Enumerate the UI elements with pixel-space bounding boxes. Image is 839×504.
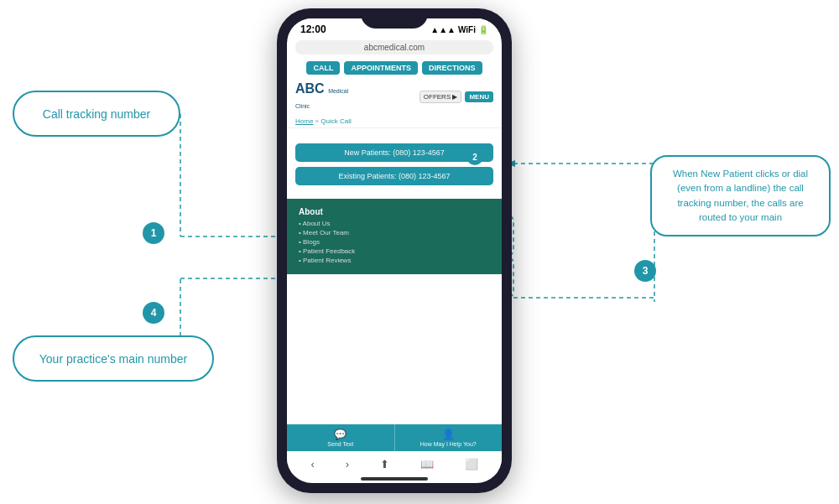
list-item[interactable]: Meet Our Team	[299, 229, 490, 236]
directions-button[interactable]: DIRECTIONS	[422, 61, 482, 75]
patient-buttons: New Patients: (080) 123-4567 Existing Pa…	[287, 137, 502, 192]
list-item[interactable]: Patient Feedback	[299, 247, 490, 255]
send-text-button[interactable]: 💬 Send Text	[287, 424, 395, 451]
logo-right: OFFERS ▶ MENU	[420, 91, 493, 103]
nav-buttons: CALL APPOINTMENTS DIRECTIONS	[287, 58, 502, 78]
chat-icon: 💬	[334, 429, 347, 440]
appointments-button[interactable]: APPOINTMENTS	[344, 61, 418, 75]
call-button[interactable]: CALL	[306, 61, 340, 75]
status-time: 12:00	[300, 23, 326, 35]
badge-3: 3	[634, 260, 656, 282]
badge-4: 4	[143, 302, 164, 324]
list-item[interactable]: Patient Reviews	[299, 257, 490, 264]
main-number-label: Your practice's main number	[13, 335, 214, 382]
list-item[interactable]: About Us	[299, 220, 490, 227]
right-callout: When New Patient clicks or dial (even fr…	[650, 155, 831, 236]
bottom-bar: 💬 Send Text 👤 How May I Help You?	[287, 424, 502, 451]
back-icon[interactable]: ‹	[310, 458, 314, 470]
help-icon: 👤	[442, 429, 455, 440]
logo-row: ABC Medical Clinic OFFERS ▶ MENU	[287, 78, 502, 115]
callout-box: When New Patient clicks or dial (even fr…	[650, 155, 831, 236]
forward-icon[interactable]: ›	[346, 458, 349, 470]
call-tracking-label: Call tracking number	[13, 91, 180, 137]
phone-notch	[361, 8, 428, 29]
about-title: About	[299, 207, 490, 216]
badge-2: 2	[466, 148, 483, 165]
badge-1: 1	[143, 222, 164, 244]
existing-patients-button[interactable]: Existing Patients: (080) 123-4567	[295, 167, 493, 185]
tabs-icon[interactable]: ⬜	[465, 458, 478, 470]
share-icon[interactable]: ⬆	[380, 458, 389, 470]
offers-button[interactable]: OFFERS ▶	[420, 91, 462, 103]
help-button[interactable]: 👤 How May I Help You?	[395, 424, 503, 451]
about-list: About Us Meet Our Team Blogs Patient Fee…	[299, 220, 490, 264]
phone-mockup: 12:00 ▲▲▲ WiFi 🔋 abcmedical.com CALL APP…	[277, 8, 512, 495]
breadcrumb-current: Quick Call	[320, 117, 351, 125]
browser-nav: ‹ › ⬆ 📖 ⬜	[287, 454, 502, 475]
status-icons: ▲▲▲ WiFi 🔋	[430, 25, 488, 34]
breadcrumb-home[interactable]: Home	[295, 117, 313, 125]
logo: ABC Medical Clinic	[295, 81, 348, 112]
new-patients-button[interactable]: New Patients: (080) 123-4567	[295, 143, 493, 162]
address-bar[interactable]: abcmedical.com	[295, 40, 493, 55]
home-indicator	[361, 477, 428, 481]
about-section: About About Us Meet Our Team Blogs Patie…	[287, 199, 502, 274]
list-item[interactable]: Blogs	[299, 238, 490, 246]
bookmarks-icon[interactable]: 📖	[420, 458, 434, 470]
menu-button[interactable]: MENU	[465, 91, 493, 102]
breadcrumb: Home » Quick Call	[287, 115, 502, 128]
